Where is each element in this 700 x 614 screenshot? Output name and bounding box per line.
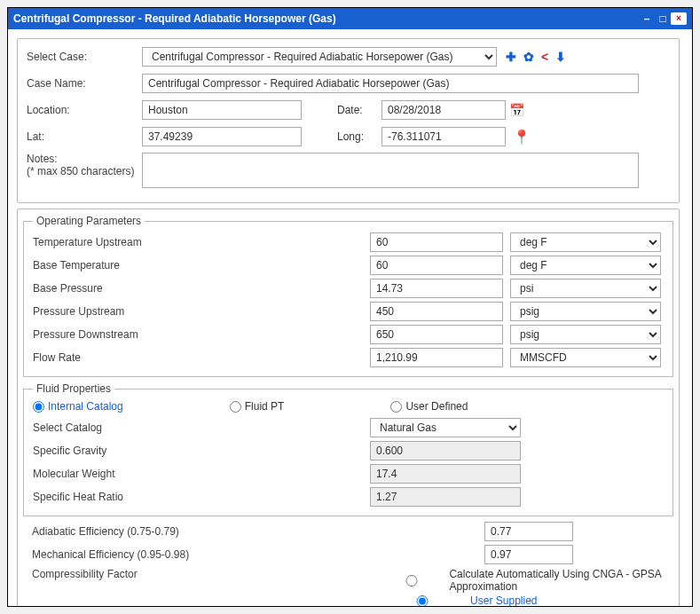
- titlebar: Centrifugal Compressor - Required Adiaba…: [8, 8, 692, 29]
- map-marker-icon[interactable]: 📍: [513, 129, 531, 146]
- params-section: Operating Parameters Temperature Upstrea…: [17, 209, 680, 606]
- temp-upstream-label: Temperature Upstream: [33, 236, 370, 248]
- pressure-upstream-label: Pressure Upstream: [33, 305, 370, 318]
- flow-rate-label: Flow Rate: [33, 351, 370, 364]
- radio-internal-catalog[interactable]: Internal Catalog: [33, 400, 123, 413]
- molecular-weight-input: [370, 464, 521, 484]
- select-case-dropdown[interactable]: Centrifugal Compressor - Required Adiaba…: [142, 47, 497, 67]
- base-pressure-unit[interactable]: psi: [510, 279, 661, 298]
- base-pressure-label: Base Pressure: [33, 282, 370, 295]
- location-label: Location:: [27, 104, 142, 116]
- base-pressure-input[interactable]: [370, 279, 503, 298]
- base-temp-input[interactable]: [370, 256, 503, 275]
- specific-heat-ratio-label: Specific Heat Ratio: [33, 491, 370, 503]
- compressibility-factor-label: Compressibility Factor: [32, 568, 378, 580]
- select-catalog-dropdown[interactable]: Natural Gas: [370, 418, 521, 437]
- add-icon[interactable]: ✚: [506, 50, 516, 64]
- flow-rate-unit[interactable]: MMSCFD: [510, 348, 661, 367]
- case-name-label: Case Name:: [27, 77, 142, 90]
- download-icon[interactable]: ⬇: [555, 50, 566, 64]
- pressure-upstream-unit[interactable]: psig: [510, 302, 661, 321]
- operating-parameters-group: Operating Parameters Temperature Upstrea…: [23, 215, 673, 377]
- select-case-label: Select Case:: [27, 51, 142, 63]
- location-input[interactable]: [142, 100, 302, 120]
- molecular-weight-label: Molecular Weight: [33, 468, 370, 480]
- specific-heat-ratio-input: [370, 487, 521, 507]
- adiabatic-eff-label: Adiabatic Efficiency (0.75-0.79): [32, 525, 484, 538]
- temp-upstream-unit[interactable]: deg F: [510, 232, 661, 252]
- content-area: Select Case: Centrifugal Compressor - Re…: [8, 29, 692, 606]
- maximize-button[interactable]: □: [655, 12, 671, 25]
- case-section: Select Case: Centrifugal Compressor - Re…: [17, 38, 680, 203]
- app-window: Centrifugal Compressor - Required Adiaba…: [7, 7, 693, 607]
- mechanical-eff-input[interactable]: [484, 545, 573, 564]
- date-label: Date:: [337, 104, 381, 116]
- notes-label: Notes: (* max 850 characters): [27, 153, 142, 177]
- notes-textarea[interactable]: [142, 153, 639, 188]
- date-input[interactable]: [381, 100, 506, 120]
- base-temp-unit[interactable]: deg F: [510, 256, 661, 275]
- case-name-input[interactable]: [142, 74, 639, 93]
- base-temp-label: Base Temperature: [33, 259, 370, 272]
- radio-fluid-pt[interactable]: Fluid PT: [230, 400, 285, 413]
- minimize-button[interactable]: –: [639, 12, 655, 25]
- flow-rate-input[interactable]: [370, 348, 503, 367]
- pressure-downstream-label: Pressure Downstream: [33, 328, 370, 341]
- pressure-downstream-unit[interactable]: psig: [510, 325, 661, 344]
- specific-gravity-label: Specific Gravity: [33, 445, 370, 457]
- adiabatic-eff-input[interactable]: [484, 522, 573, 541]
- select-catalog-label: Select Catalog: [33, 421, 370, 434]
- close-button[interactable]: ×: [671, 12, 687, 25]
- window-title: Centrifugal Compressor - Required Adiaba…: [13, 12, 639, 25]
- gear-icon[interactable]: ✿: [523, 50, 534, 64]
- share-icon[interactable]: <: [541, 50, 548, 64]
- lat-label: Lat:: [27, 130, 142, 143]
- long-input[interactable]: [381, 127, 506, 146]
- pressure-upstream-input[interactable]: [370, 302, 503, 321]
- calendar-icon[interactable]: 📅: [509, 103, 524, 117]
- long-label: Long:: [337, 130, 381, 143]
- temp-upstream-input[interactable]: [370, 232, 503, 252]
- lat-input[interactable]: [142, 127, 302, 146]
- radio-cf-auto[interactable]: Calculate Automatically Using CNGA - GPS…: [378, 568, 665, 593]
- operating-parameters-legend: Operating Parameters: [33, 215, 145, 227]
- radio-cf-user[interactable]: User Supplied: [378, 594, 665, 606]
- pressure-downstream-input[interactable]: [370, 325, 503, 344]
- fluid-properties-legend: Fluid Properties: [33, 382, 114, 395]
- radio-user-defined[interactable]: User Defined: [390, 400, 468, 413]
- specific-gravity-input: [370, 441, 521, 460]
- fluid-properties-group: Fluid Properties Internal Catalog Fluid …: [23, 382, 673, 516]
- mechanical-eff-label: Mechanical Efficiency (0.95-0.98): [32, 548, 484, 561]
